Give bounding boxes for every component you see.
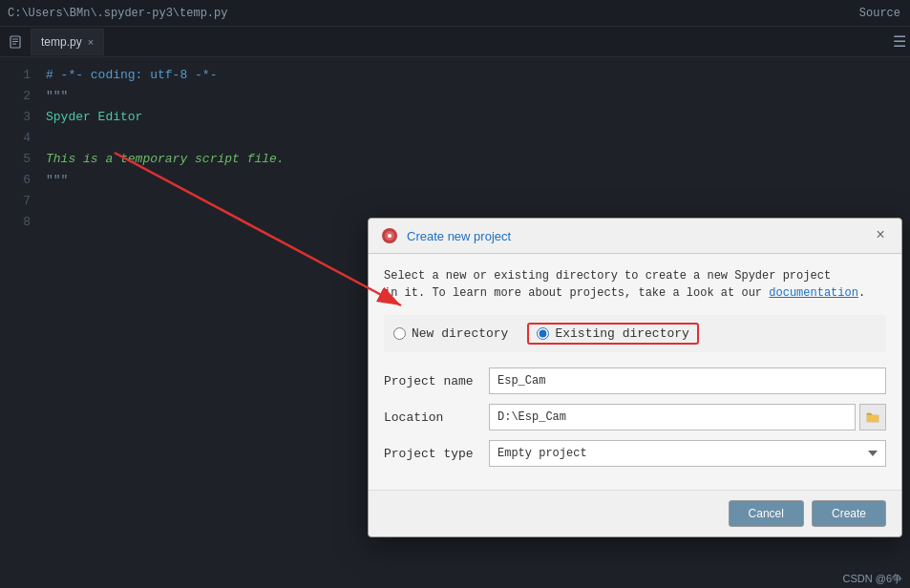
create-project-dialog: Create new project × Select a new or exi…: [368, 218, 902, 537]
tab-filename: temp.py: [41, 35, 82, 49]
svg-point-7: [388, 234, 392, 238]
new-directory-label: New directory: [412, 326, 508, 341]
tab-temp-py[interactable]: temp.py ×: [31, 29, 104, 55]
tab-bar: temp.py × ☰: [0, 27, 910, 57]
dialog-footer: Cancel Create: [369, 490, 901, 536]
tab-close-button[interactable]: ×: [88, 36, 94, 48]
code-line-1: # -*- coding: utf-8 -*-: [46, 65, 910, 86]
line-numbers: 1 2 3 4 5 6 7 8: [0, 57, 38, 588]
file-path: C:\Users\BMn\.spyder-py3\temp.py: [8, 7, 227, 20]
directory-radio-group: New directory Existing directory: [384, 315, 886, 352]
documentation-link[interactable]: documentation: [769, 286, 858, 300]
location-input-group: [489, 404, 886, 430]
new-directory-option[interactable]: New directory: [393, 323, 508, 345]
location-label: Location: [384, 410, 489, 425]
folder-icon: [866, 411, 879, 423]
project-name-row: Project name: [384, 368, 886, 394]
source-label: Source: [859, 7, 900, 20]
create-button[interactable]: Create: [812, 500, 886, 527]
dialog-titlebar: Create new project ×: [369, 219, 901, 254]
location-row: Location: [384, 404, 886, 430]
project-type-row: Project type Empty project: [384, 440, 886, 467]
code-line-4: [46, 128, 910, 149]
dialog-body: Select a new or existing directory to cr…: [369, 254, 901, 490]
project-type-select[interactable]: Empty project: [489, 440, 886, 467]
tab-file-icon: [4, 31, 27, 53]
project-name-label: Project name: [384, 374, 489, 388]
code-line-7: [46, 191, 910, 212]
browse-folder-button[interactable]: [859, 404, 886, 430]
dialog-title: Create new project: [407, 229, 871, 243]
location-input[interactable]: [489, 404, 856, 430]
bottom-bar: CSDN @6争: [835, 570, 910, 588]
project-type-label: Project type: [384, 447, 489, 461]
code-line-5: This is a temporary script file.: [46, 149, 910, 170]
dialog-description: Select a new or existing directory to cr…: [384, 267, 886, 302]
editor-container: C:\Users\BMn\.spyder-py3\temp.py Source …: [0, 0, 910, 588]
dialog-close-button[interactable]: ×: [871, 226, 890, 245]
existing-directory-option[interactable]: Existing directory: [527, 323, 698, 345]
bottom-bar-text: CSDN @6争: [842, 573, 902, 584]
dialog-spyder-icon: [380, 226, 399, 245]
code-line-6: """: [46, 170, 910, 191]
existing-directory-label: Existing directory: [555, 326, 688, 341]
project-name-input[interactable]: [489, 368, 886, 394]
code-line-3: Spyder Editor: [46, 107, 910, 128]
existing-directory-radio[interactable]: [537, 327, 549, 340]
new-directory-radio[interactable]: [393, 327, 406, 340]
cancel-button[interactable]: Cancel: [729, 500, 804, 527]
code-line-2: """: [46, 86, 910, 107]
tab-menu-button[interactable]: ☰: [893, 32, 906, 52]
top-bar: C:\Users\BMn\.spyder-py3\temp.py Source: [0, 0, 910, 27]
